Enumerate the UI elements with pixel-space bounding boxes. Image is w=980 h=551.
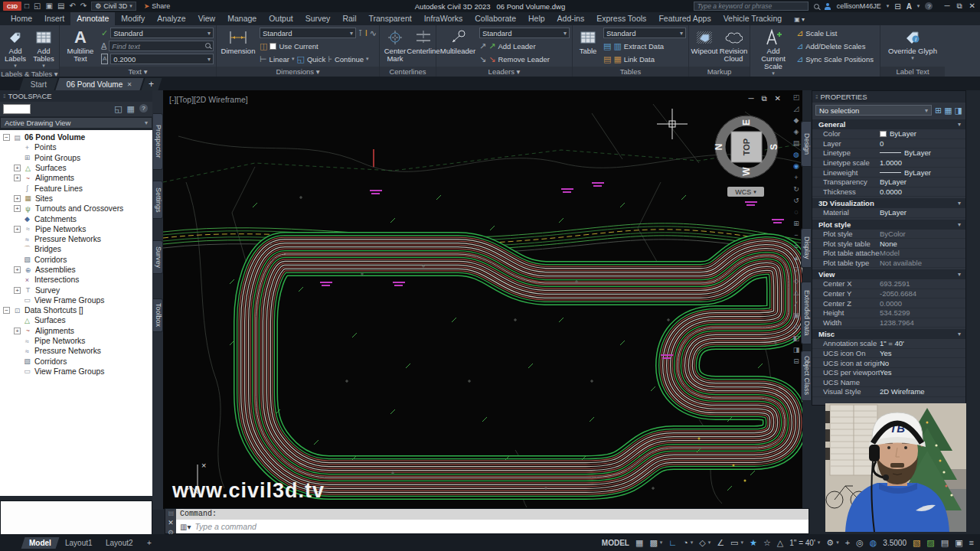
tree-expander-icon[interactable]: + xyxy=(14,174,21,181)
ribbon-tab-help[interactable]: Help xyxy=(522,12,551,25)
drawing-viewport[interactable]: ×⌄ESWNTOP [-][Top][2D Wireframe] ─ ⧉ ✕ w… xyxy=(163,90,802,509)
table-button[interactable]: Table xyxy=(575,27,601,56)
remove-leader-button[interactable]: Remove Leader xyxy=(498,55,550,64)
view-cube-s-label[interactable]: S xyxy=(769,144,779,150)
navbar-icon[interactable]: ≡ xyxy=(794,243,798,251)
navbar-icon[interactable]: ◧ xyxy=(793,334,800,343)
chevron-down-icon[interactable]: ▾ xyxy=(741,540,744,546)
ribbon-tab-insert[interactable]: Insert xyxy=(38,12,70,25)
add-tables-button[interactable]: Add Tables▾ xyxy=(31,27,57,69)
property-value[interactable]: 2D Wireframe xyxy=(880,387,965,396)
user-menu-chevron-icon[interactable]: ▾ xyxy=(887,3,890,9)
navbar-icon[interactable]: ◍ xyxy=(793,151,799,159)
spell-check-icon[interactable]: ✓ xyxy=(101,28,108,37)
property-value[interactable]: Not available xyxy=(880,259,965,267)
tree-item-sites[interactable]: +▦Sites xyxy=(0,194,152,204)
panel-footer[interactable]: Dimensions ▾ xyxy=(217,67,379,77)
tree-expander-icon[interactable]: + xyxy=(14,195,21,202)
dim-jog-icon[interactable]: ∿ xyxy=(370,28,377,37)
tree-item-survey[interactable]: +TSurvey xyxy=(0,285,152,295)
isometric-drafting-icon[interactable]: ◇ xyxy=(699,538,705,547)
sync-scale-positions-button[interactable]: Sync Scale Positions xyxy=(805,55,874,64)
property-value[interactable]: 0.0000 xyxy=(880,299,965,308)
toolspace-titlebar[interactable]: ⁞⁞ TOOLSPACE xyxy=(0,90,163,102)
property-value[interactable]: 1" = 40' xyxy=(880,339,965,347)
toolspace-tab-survey[interactable]: Survey xyxy=(153,240,163,274)
navbar-icon[interactable]: ◉ xyxy=(793,162,799,171)
tree-item-alignments[interactable]: +~Alignments xyxy=(0,173,152,183)
graphics-performance-icon[interactable]: ▧ xyxy=(913,538,920,547)
workspace-switching-icon[interactable]: ⚙ xyxy=(826,538,834,547)
ribbon-tab-infraworks[interactable]: InfraWorks xyxy=(418,12,469,25)
revision-cloud-button[interactable]: Revision Cloud xyxy=(720,27,747,64)
property-value[interactable]: 693.2591 xyxy=(880,279,965,288)
property-value[interactable]: ByLayer xyxy=(880,129,965,138)
properties-tab-extended-data[interactable]: Extended Data xyxy=(801,282,811,344)
add-labels-button[interactable]: Add Labels▾ xyxy=(2,27,28,69)
tree-item-data-shortcuts-[interactable]: −⊡Data Shortcuts [] xyxy=(0,305,152,315)
navbar-icon[interactable]: ◌ xyxy=(794,208,798,217)
command-input[interactable]: ▥▾ Type a command xyxy=(176,520,808,533)
ribbon-tab-collaborate[interactable]: Collaborate xyxy=(469,12,522,25)
tree-item-view-frame-groups[interactable]: ▭View Frame Groups xyxy=(0,295,152,305)
navbar-icon[interactable]: ◇ xyxy=(794,277,799,285)
collapse-chevron-icon[interactable]: ▾ xyxy=(958,331,961,337)
ribbon-tab-analyze[interactable]: Analyze xyxy=(151,12,191,25)
chevron-down-icon[interactable]: ▾ xyxy=(836,540,839,546)
properties-tab-display[interactable]: Display xyxy=(801,228,811,268)
tree-item-alignments[interactable]: +~Alignments xyxy=(0,326,152,336)
view-cube-w-label[interactable]: W xyxy=(741,167,752,176)
tab-start[interactable]: Start xyxy=(19,78,57,90)
multileader-style-dropdown[interactable]: Standard▾ xyxy=(479,28,570,38)
tree-item-pipe-networks[interactable]: +≈Pipe Networks xyxy=(0,224,152,234)
collapse-chevron-icon[interactable]: ▾ xyxy=(958,271,961,278)
ribbon-tab-rail[interactable]: Rail xyxy=(336,12,362,25)
add-leader-button[interactable]: Add Leader xyxy=(498,42,535,51)
toggle-pickadd-icon[interactable]: ⊞ xyxy=(935,106,942,116)
property-value[interactable]: -2050.6684 xyxy=(880,289,965,298)
view-cube[interactable]: ESWNTOP xyxy=(714,116,779,178)
property-value[interactable]: Model xyxy=(880,249,965,257)
property-value[interactable]: Yes xyxy=(880,349,965,357)
tree-item-catchments[interactable]: ◆Catchments xyxy=(0,214,152,223)
new-layout-button[interactable]: + xyxy=(139,537,160,549)
section-header-3d-visualization[interactable]: 3D Visualization▾ xyxy=(812,198,965,208)
model-space-label[interactable]: MODEL xyxy=(602,539,629,547)
panel-footer[interactable]: Labels & Tables ▾ xyxy=(0,69,59,77)
link-data-button[interactable]: Link Data xyxy=(624,55,655,64)
toolspace-tab-settings[interactable]: Settings xyxy=(153,181,163,219)
multileader-button[interactable]: Multileader xyxy=(439,27,477,56)
use-current-checkbox[interactable] xyxy=(270,43,276,50)
navbar-icon[interactable]: ◰ xyxy=(793,93,800,102)
property-value[interactable]: 0 xyxy=(880,139,965,148)
scale-list-button[interactable]: Scale List xyxy=(805,29,837,37)
ribbon-tab-express-tools[interactable]: Express Tools xyxy=(590,12,652,25)
text-height-dropdown[interactable]: 0.2000▾ xyxy=(110,54,214,64)
navbar-icon[interactable]: ↻ xyxy=(793,185,799,194)
linear-button[interactable]: Linear xyxy=(270,55,289,64)
property-value[interactable]: ByLayer xyxy=(880,148,965,157)
collapse-chevron-icon[interactable]: ▾ xyxy=(958,121,961,128)
property-value[interactable]: ByColor xyxy=(880,230,965,238)
tab-current-drawing[interactable]: 06 Pond Volume ✕ xyxy=(56,78,144,90)
properties-tab-object-class[interactable]: Object Class xyxy=(801,350,811,401)
ribbon-tab-featured-apps[interactable]: Featured Apps xyxy=(652,12,717,25)
panel-footer[interactable]: Leaders ▾ xyxy=(436,67,572,77)
new-drawing-tab-button[interactable]: + xyxy=(142,78,162,90)
autodesk-a-icon[interactable]: A xyxy=(906,2,912,11)
ribbon-tab-add-ins[interactable]: Add-ins xyxy=(551,12,591,25)
tree-expander-icon[interactable]: − xyxy=(3,134,10,141)
ribbon-tab-transparent[interactable]: Transparent xyxy=(362,12,417,25)
tree-item-turnouts-and-crossovers[interactable]: +ψTurnouts and Crossovers xyxy=(0,204,152,214)
chevron-down-icon[interactable]: ▾ xyxy=(660,540,663,546)
annotation-visibility-icon[interactable]: ★ xyxy=(750,538,757,547)
palette-grip-icon[interactable]: ⁞⁞ xyxy=(3,93,5,99)
navbar-icon[interactable]: + xyxy=(794,174,798,182)
tree-expander-icon[interactable]: − xyxy=(3,307,10,314)
view-cube-top-label[interactable]: TOP xyxy=(742,139,751,155)
application-menu-button[interactable]: C3D xyxy=(3,2,21,11)
redo-icon[interactable]: ↷ xyxy=(80,2,87,10)
property-value[interactable]: 1.0000 xyxy=(880,158,965,167)
panorama-icon[interactable]: ▦ xyxy=(127,104,135,114)
search-input[interactable]: Type a keyword or phrase xyxy=(694,2,808,11)
